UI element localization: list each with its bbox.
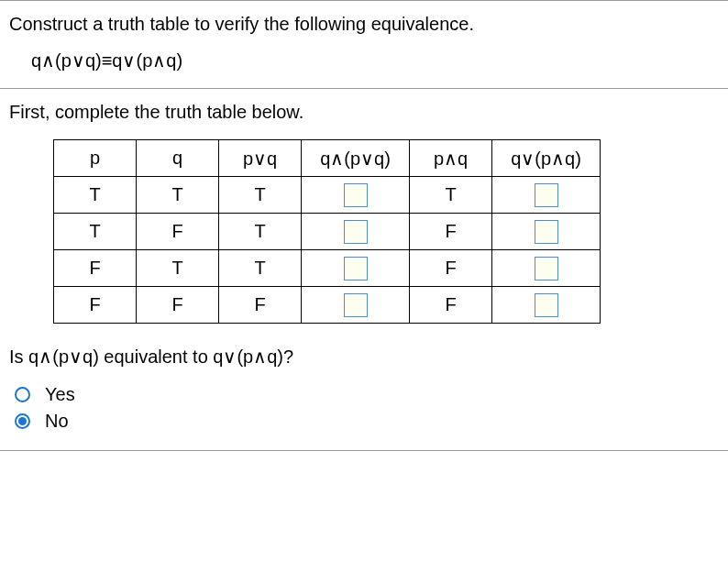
cell-p: T — [54, 177, 137, 214]
truth-table: p q p∨q q∧(p∨q) p∧q q∨(p∧q) T T T T T F … — [53, 139, 601, 324]
cell-pvq: F — [219, 287, 302, 324]
radio-dot-icon — [18, 417, 27, 425]
cell-paq: F — [410, 250, 492, 287]
header-paq: p∧q — [410, 140, 492, 177]
cell-qapvq-input — [302, 287, 410, 324]
radio-group: Yes No — [9, 384, 719, 432]
radio-yes-label: Yes — [45, 384, 75, 405]
cell-pvq: T — [219, 250, 302, 287]
table-row: F F F F — [54, 287, 601, 324]
header-qvpaq: q∨(p∧q) — [492, 140, 601, 177]
header-qapvq: q∧(p∨q) — [302, 140, 410, 177]
table-row: T F T F — [54, 214, 601, 250]
cell-q: T — [137, 250, 219, 287]
radio-yes[interactable]: Yes — [9, 384, 719, 405]
truth-input[interactable] — [535, 293, 558, 317]
truth-input[interactable] — [344, 257, 368, 280]
truth-input[interactable] — [344, 293, 368, 317]
cell-q: F — [137, 214, 219, 250]
header-p: p — [54, 140, 137, 177]
cell-p: T — [54, 214, 137, 250]
instruction-text: First, complete the truth table below. — [9, 102, 719, 123]
cell-qvpaq-input — [492, 177, 601, 214]
cell-qapvq-input — [302, 214, 410, 250]
cell-qapvq-input — [302, 250, 410, 287]
table-header-row: p q p∨q q∧(p∨q) p∧q q∨(p∧q) — [54, 140, 601, 177]
cell-pvq: T — [219, 177, 302, 214]
equivalence-expression: q∧(p∨q)≡q∨(p∧q) — [31, 50, 719, 72]
equivalence-question: Is q∧(p∨q) equivalent to q∨(p∧q)? — [9, 346, 719, 368]
table-row: F T T F — [54, 250, 601, 287]
radio-circle-icon — [15, 387, 30, 402]
header-q: q — [137, 140, 219, 177]
radio-no-label: No — [45, 411, 69, 432]
radio-no[interactable]: No — [9, 411, 719, 432]
table-row: T T T T — [54, 177, 601, 214]
cell-q: T — [137, 177, 219, 214]
cell-paq: T — [410, 177, 492, 214]
cell-paq: F — [410, 214, 492, 250]
cell-qvpaq-input — [492, 287, 601, 324]
cell-p: F — [54, 287, 137, 324]
truth-input[interactable] — [344, 220, 368, 244]
cell-pvq: T — [219, 214, 302, 250]
cell-q: F — [137, 287, 219, 324]
cell-qvpaq-input — [492, 250, 601, 287]
prompt-text: Construct a truth table to verify the fo… — [9, 14, 719, 35]
truth-input[interactable] — [535, 257, 558, 280]
truth-input[interactable] — [535, 183, 558, 207]
cell-qapvq-input — [302, 177, 410, 214]
header-pvq: p∨q — [219, 140, 302, 177]
truth-input[interactable] — [344, 183, 368, 207]
radio-circle-icon — [15, 413, 30, 429]
cell-p: F — [54, 250, 137, 287]
truth-input[interactable] — [535, 220, 558, 244]
cell-qvpaq-input — [492, 214, 601, 250]
cell-paq: F — [410, 287, 492, 324]
